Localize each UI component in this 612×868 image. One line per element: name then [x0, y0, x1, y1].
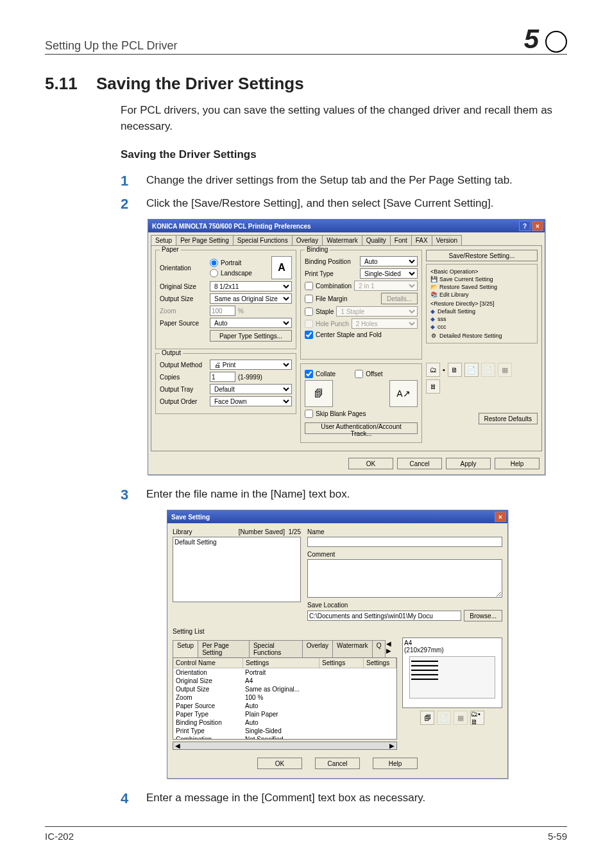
output-size-select[interactable]: Same as Original Size: [210, 293, 292, 304]
restore-direct-label: <Restore Directly> [3/25]: [430, 300, 533, 307]
offset-label: Offset: [366, 370, 383, 378]
output-method-select[interactable]: 🖨 Print: [210, 360, 292, 370]
offset-preview-icon: A↗: [389, 380, 418, 407]
icon-btn-1[interactable]: 🗂: [426, 363, 440, 377]
paper-source-select[interactable]: Auto: [210, 318, 292, 328]
orientation-landscape-radio[interactable]: [210, 269, 218, 277]
output-method-label: Output Method: [160, 361, 207, 369]
settings-table: Control Name Settings Settings Settings …: [173, 657, 397, 740]
restore-menu: <Basic Operation> 💾Save Current Setting …: [426, 264, 538, 343]
hole-punch-select: 2 Holes: [352, 318, 418, 329]
preview-icon-1[interactable]: 🗐: [420, 711, 434, 725]
offset-check[interactable]: [355, 370, 363, 378]
table-scrollbar[interactable]: ◀▶: [173, 742, 397, 750]
binding-position-select[interactable]: Auto: [360, 256, 418, 266]
collate-check[interactable]: [305, 370, 313, 378]
titlebar-close-button[interactable]: ×: [532, 221, 543, 231]
sl-tab-special[interactable]: Special Functions: [249, 640, 303, 657]
combination-check[interactable]: [305, 282, 313, 290]
titlebar-help-button[interactable]: ?: [519, 221, 531, 231]
browse-button[interactable]: Browse...: [464, 610, 502, 621]
center-staple-check[interactable]: [305, 331, 313, 339]
printing-preferences-window: KONICA MINOLTA 750/600 PCL Printing Pref…: [148, 219, 545, 475]
skip-blank-label: Skip Blank Pages: [316, 410, 366, 417]
paper-type-settings-button[interactable]: Paper Type Settings...: [210, 330, 292, 342]
sl-tab-perpage[interactable]: Per Page Setting: [198, 640, 250, 657]
bullet-icon: ◆: [430, 308, 435, 315]
table-row: Original SizeA4: [173, 677, 396, 685]
name-label: Name: [307, 528, 502, 535]
restore-default-item[interactable]: ◆Default Setting: [430, 308, 533, 315]
sl-tab-overlay[interactable]: Overlay: [302, 640, 333, 657]
edit-library-item[interactable]: 📚Edit Library: [430, 291, 533, 298]
library-item-default[interactable]: Default Setting: [174, 539, 299, 546]
staple-check[interactable]: [305, 308, 313, 316]
print-type-select[interactable]: Single-Sided: [360, 268, 418, 279]
tab-perpage[interactable]: Per Page Setting: [176, 235, 234, 245]
original-size-label: Original Size: [160, 283, 207, 290]
icon-btn-3[interactable]: 📄: [464, 363, 479, 377]
name-input[interactable]: [307, 537, 502, 547]
sl-tab-setup[interactable]: Setup: [173, 640, 198, 657]
tab-setup[interactable]: Setup: [151, 235, 176, 245]
restore-sss-item[interactable]: ◆sss: [430, 316, 533, 322]
zoom-label: Zoom: [160, 308, 207, 315]
save-setting-ok-button[interactable]: OK: [257, 758, 302, 769]
restore-saved-setting-item[interactable]: 📂Restore Saved Setting: [430, 284, 533, 290]
orientation-portrait-radio[interactable]: [210, 259, 218, 267]
preview-icon-4[interactable]: 🗂•🗎: [470, 711, 484, 725]
subheading: Saving the Driver Settings: [121, 148, 567, 161]
detailed-restore-item[interactable]: ⚙Detailed Restore Setting: [430, 333, 533, 339]
sl-tab-q[interactable]: Q: [372, 640, 386, 657]
restore-ccc-item[interactable]: ◆ccc: [430, 324, 533, 330]
icon-btn-2[interactable]: 🗎: [448, 363, 462, 377]
table-row: Output SizeSame as Original...: [173, 685, 396, 693]
help-button[interactable]: Help: [495, 458, 540, 469]
save-setting-cancel-button[interactable]: Cancel: [315, 758, 360, 769]
hole-punch-label: Hole Punch: [316, 320, 349, 327]
save-location-input[interactable]: [307, 611, 461, 621]
orientation-landscape-label: Landscape: [221, 270, 252, 277]
icon-btn-6[interactable]: 🗏: [426, 379, 440, 394]
tab-font[interactable]: Font: [390, 235, 412, 245]
staple-select: 1 Staple: [336, 306, 418, 317]
file-margin-check[interactable]: [305, 295, 313, 303]
copies-input[interactable]: [210, 372, 235, 382]
table-row: Print TypeSingle-Sided: [173, 727, 396, 735]
library-listbox[interactable]: Default Setting: [173, 537, 301, 602]
step-text-1: Change the driver settings from the Setu…: [146, 173, 567, 189]
binding-position-label: Binding Position: [305, 258, 357, 265]
page-header-title: Setting Up the PCL Driver: [45, 39, 519, 53]
tab-watermark[interactable]: Watermark: [322, 235, 362, 245]
footer-left: IC-202: [45, 831, 74, 842]
output-order-select[interactable]: Face Down: [210, 396, 292, 406]
combination-label: Combination: [316, 282, 352, 290]
output-order-label: Output Order: [160, 398, 207, 405]
restore-defaults-button[interactable]: Restore Defaults: [479, 413, 538, 424]
comment-input[interactable]: [307, 559, 502, 598]
user-auth-button[interactable]: User Authentication/Account Track...: [305, 422, 418, 434]
footer-right: 5-59: [548, 831, 567, 842]
ok-button[interactable]: OK: [348, 458, 393, 469]
skip-blank-check[interactable]: [305, 410, 313, 418]
tab-version[interactable]: Version: [432, 235, 462, 245]
save-current-setting-item[interactable]: 💾Save Current Setting: [430, 276, 533, 282]
tab-quality[interactable]: Quality: [362, 235, 391, 245]
sl-tab-watermark[interactable]: Watermark: [332, 640, 373, 657]
save-restore-setting-button[interactable]: Save/Restore Setting...: [426, 250, 538, 261]
save-setting-help-button[interactable]: Help: [373, 758, 418, 769]
collate-preview-icon: 🗐: [305, 380, 333, 407]
apply-button[interactable]: Apply: [446, 458, 491, 469]
save-setting-title: Save Setting: [171, 514, 493, 521]
save-setting-close-button[interactable]: ×: [495, 512, 506, 522]
icon-btn-5: ▦: [498, 363, 512, 377]
table-row: Paper TypePlain Paper: [173, 710, 396, 718]
tab-fax[interactable]: FAX: [411, 235, 432, 245]
tab-overlay[interactable]: Overlay: [292, 235, 323, 245]
original-size-select[interactable]: 8 1/2x11: [210, 281, 292, 291]
collate-label: Collate: [316, 370, 336, 378]
output-tray-select[interactable]: Default: [210, 384, 292, 394]
hole-punch-check: [305, 320, 313, 328]
tab-special[interactable]: Special Functions: [233, 235, 293, 245]
cancel-button[interactable]: Cancel: [397, 458, 442, 469]
